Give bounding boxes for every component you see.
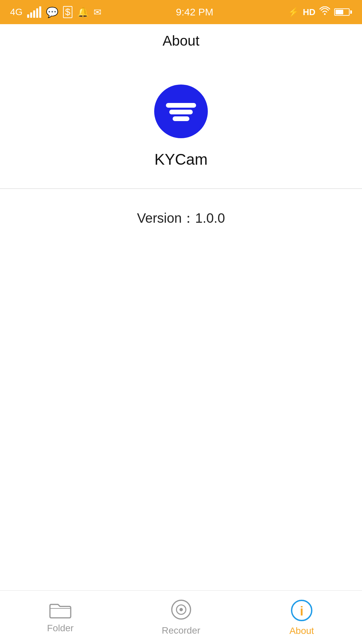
status-bar: 4G 💬 $ 🔔 ✉ 9:42 PM ⚡ HD: [0, 0, 362, 24]
hd-label: HD: [303, 7, 315, 17]
info-icon: i: [290, 599, 313, 622]
charging-icon: ⚡: [288, 7, 299, 17]
battery-icon: [334, 8, 352, 16]
svg-rect-3: [173, 116, 189, 121]
section-divider: [0, 189, 362, 189]
tab-recorder[interactable]: Recorder: [121, 599, 241, 636]
wifi-icon: [319, 6, 330, 18]
recorder-icon: [170, 599, 192, 622]
main-content: KYCam Version：1.0.0: [0, 58, 362, 227]
app-icon-section: KYCam: [154, 85, 208, 168]
svg-rect-2: [169, 110, 193, 114]
status-left: 4G 💬 $ 🔔 ✉: [10, 6, 101, 18]
svg-point-0: [324, 13, 325, 15]
tab-about[interactable]: i About: [241, 599, 362, 636]
svg-point-6: [179, 608, 183, 611]
svg-text:i: i: [300, 604, 304, 618]
payment-icon: $: [63, 6, 72, 18]
status-time: 9:42 PM: [176, 6, 214, 18]
app-name-label: KYCam: [155, 150, 207, 168]
app-logo-icon: [154, 85, 208, 138]
tab-bar: Folder Recorder i About: [0, 590, 362, 644]
version-label: Version：1.0.0: [137, 209, 225, 227]
carrier-label: 4G: [10, 7, 22, 17]
app-logo-svg: [164, 98, 198, 125]
page-title: About: [163, 33, 199, 49]
svg-rect-1: [166, 103, 196, 108]
signal-bars-icon: [27, 6, 41, 18]
notification-icon: 🔔: [77, 7, 89, 18]
tab-recorder-label: Recorder: [162, 625, 200, 636]
wechat-icon: 💬: [46, 6, 58, 18]
tab-folder-label: Folder: [47, 623, 73, 634]
status-right: ⚡ HD: [288, 6, 352, 18]
tab-about-label: About: [289, 626, 314, 636]
folder-icon: [49, 601, 72, 620]
email-icon: ✉: [94, 7, 101, 18]
page-header: About: [0, 24, 362, 58]
tab-folder[interactable]: Folder: [0, 601, 121, 634]
